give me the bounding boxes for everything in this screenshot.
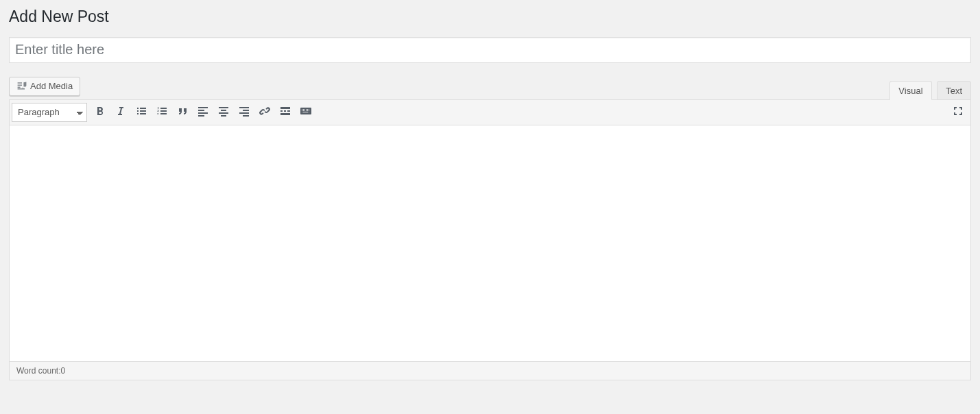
editor-mode-tabs: Visual Text bbox=[887, 81, 971, 100]
align-right-button[interactable] bbox=[234, 102, 254, 123]
bullet-list-button[interactable] bbox=[131, 102, 152, 123]
link-icon bbox=[258, 104, 272, 120]
insert-link-button[interactable] bbox=[254, 102, 275, 123]
page-title: Add New Post bbox=[9, 7, 971, 27]
format-select[interactable]: Paragraph bbox=[12, 103, 87, 122]
media-toolbar-row: Add Media Visual Text bbox=[9, 77, 971, 99]
align-left-button[interactable] bbox=[193, 102, 213, 123]
align-center-icon bbox=[217, 104, 230, 120]
word-count-label: Word count: bbox=[16, 366, 60, 376]
fullscreen-button[interactable] bbox=[948, 102, 968, 123]
fullscreen-icon bbox=[951, 104, 965, 120]
camera-music-icon bbox=[16, 80, 27, 93]
quote-icon bbox=[176, 104, 189, 120]
editor-box: Add Media Visual Text Paragraph bbox=[9, 77, 971, 380]
post-content-editor[interactable] bbox=[9, 125, 971, 362]
read-more-icon bbox=[278, 104, 292, 120]
blockquote-button[interactable] bbox=[172, 102, 193, 123]
keyboard-icon bbox=[299, 104, 313, 120]
numbered-list-button[interactable] bbox=[152, 102, 172, 123]
read-more-button[interactable] bbox=[275, 102, 296, 123]
align-right-icon bbox=[237, 104, 251, 120]
tab-text[interactable]: Text bbox=[937, 81, 971, 100]
word-count-value: 0 bbox=[60, 366, 65, 376]
italic-button[interactable] bbox=[110, 102, 131, 123]
bold-icon bbox=[93, 104, 107, 120]
title-wrap bbox=[9, 37, 971, 63]
align-left-icon bbox=[196, 104, 210, 120]
align-center-button[interactable] bbox=[213, 102, 234, 123]
editor-toolbar: Paragraph bbox=[9, 99, 971, 125]
editor-status-bar: Word count: 0 bbox=[9, 362, 971, 380]
bold-button[interactable] bbox=[90, 102, 110, 123]
add-media-button[interactable]: Add Media bbox=[9, 77, 80, 96]
numbered-list-icon bbox=[155, 104, 169, 120]
add-media-label: Add Media bbox=[30, 82, 73, 90]
toolbar-toggle-button[interactable] bbox=[296, 102, 316, 123]
post-title-input[interactable] bbox=[9, 37, 971, 63]
bullet-list-icon bbox=[134, 104, 148, 120]
italic-icon bbox=[114, 104, 128, 120]
toolbar-buttons bbox=[90, 102, 316, 123]
tab-visual[interactable]: Visual bbox=[889, 81, 931, 100]
